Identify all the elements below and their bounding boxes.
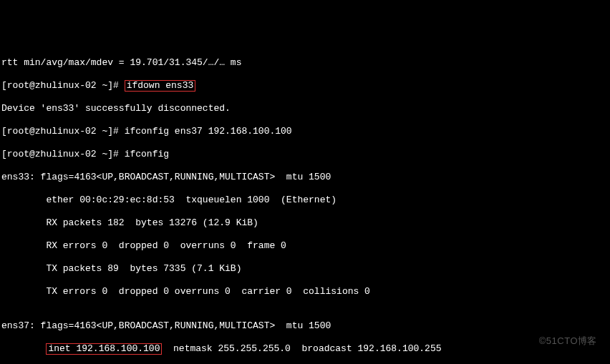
text: netmask 255.255.255.0 broadcast 192.168.… (162, 343, 441, 354)
output-line: [root@zhulinux-02 ~]# ifconfig ens37 192… (1, 126, 609, 137)
indent (1, 343, 46, 354)
output-line: RX errors 0 dropped 0 overruns 0 frame 0 (1, 240, 609, 252)
output-line: [root@zhulinux-02 ~]# ifdown ens33 (1, 80, 609, 92)
output-line: RX packets 182 bytes 13276 (12.9 KiB) (1, 217, 609, 229)
output-line: ether 00:0c:29:ec:8d:53 txqueuelen 1000 … (1, 195, 609, 206)
output-line: ens37: flags=4163<UP,BROADCAST,RUNNING,M… (1, 320, 609, 332)
highlight-inet-addr: inet 192.168.100.100 (46, 343, 162, 355)
output-line: TX packets 89 bytes 7335 (7.1 KiB) (1, 263, 609, 275)
output-line: inet 192.168.100.100 netmask 255.255.255… (1, 343, 609, 355)
terminal-output[interactable]: rtt min/avg/max/mdev = 19.701/31.345/…/…… (0, 46, 610, 364)
output-line: Device 'ens33' successfully disconnected… (1, 103, 609, 114)
highlight-ifdown-cmd: ifdown ens33 (125, 80, 196, 92)
prompt: [root@zhulinux-02 ~]# (1, 80, 125, 91)
output-line: TX errors 0 dropped 0 overruns 0 carrier… (1, 286, 609, 297)
output-line: [root@zhulinux-02 ~]# ifconfig (1, 149, 609, 160)
output-line: rtt min/avg/max/mdev = 19.701/31.345/…/…… (1, 57, 609, 69)
watermark: ©51CTO博客 (539, 335, 597, 347)
output-line: ens33: flags=4163<UP,BROADCAST,RUNNING,M… (1, 172, 609, 183)
